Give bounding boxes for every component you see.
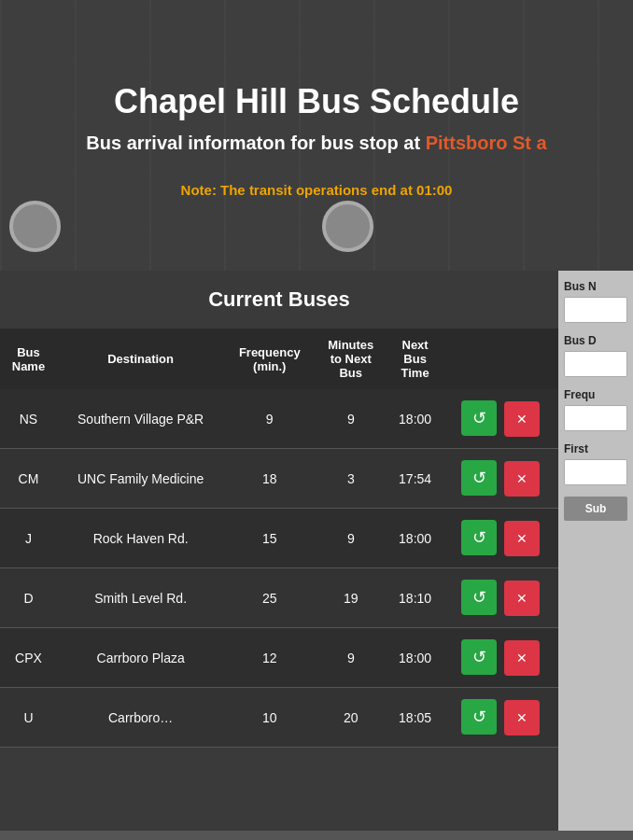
right-panel: Bus N Bus D Frequ First Sub <box>558 271 633 831</box>
cell-destination: Carrboro Plaza <box>57 628 224 688</box>
delete-button[interactable]: ✕ <box>504 581 540 616</box>
cell-next-bus-time: 18:00 <box>387 389 443 449</box>
cell-bus-name: CPX <box>0 628 57 688</box>
refresh-icon: ↺ <box>472 527 486 548</box>
bus-wheel-left <box>9 201 61 252</box>
bus-destination-input[interactable] <box>564 351 627 377</box>
col-actions <box>443 329 558 389</box>
refresh-button[interactable]: ↺ <box>461 400 497 436</box>
panel-title: Current Buses <box>19 287 540 312</box>
delete-button[interactable]: ✕ <box>504 640 540 676</box>
subtitle-text: Bus arrival informaton for bus stop at <box>86 133 420 153</box>
cell-actions: ↺ ✕ <box>443 449 558 509</box>
main-content: Current Buses BusName Destination Freque… <box>0 271 633 831</box>
page-title: Chapel Hill Bus Schedule <box>114 82 519 121</box>
submit-button[interactable]: Sub <box>564 497 627 521</box>
refresh-button[interactable]: ↺ <box>461 580 497 615</box>
refresh-icon: ↺ <box>472 468 486 488</box>
cell-bus-name: U <box>0 688 57 748</box>
col-destination: Destination <box>57 329 224 389</box>
close-icon: ✕ <box>516 531 528 546</box>
cell-destination: Southern Village P&R <box>57 389 224 449</box>
col-minutes-to-next: Minutesto NextBus <box>315 329 387 389</box>
cell-actions: ↺ ✕ <box>443 568 558 628</box>
cell-next-bus-time: 17:54 <box>387 449 443 509</box>
cell-frequency: 9 <box>224 389 315 449</box>
page-subtitle: Bus arrival informaton for bus stop at P… <box>86 133 546 154</box>
col-frequency: Frequency(min.) <box>224 329 315 389</box>
cell-next-bus-time: 18:00 <box>387 509 443 568</box>
cell-destination: UNC Family Medicine <box>57 449 224 509</box>
cell-frequency: 10 <box>224 688 315 748</box>
close-icon: ✕ <box>516 591 528 606</box>
bus-table-body: NS Southern Village P&R 9 9 18:00 ↺ ✕ CM… <box>0 389 558 748</box>
cell-minutes-to-next: 20 <box>315 688 387 748</box>
cell-minutes-to-next: 19 <box>315 568 387 628</box>
frequency-label: Frequ <box>564 388 627 401</box>
cell-actions: ↺ ✕ <box>443 509 558 568</box>
close-icon: ✕ <box>516 471 528 486</box>
cell-frequency: 18 <box>224 449 315 509</box>
cell-next-bus-time: 18:10 <box>387 568 443 628</box>
cell-actions: ↺ ✕ <box>443 628 558 688</box>
left-panel: Current Buses BusName Destination Freque… <box>0 271 558 831</box>
cell-minutes-to-next: 9 <box>315 509 387 568</box>
delete-button[interactable]: ✕ <box>504 521 540 556</box>
cell-destination: Carrboro… <box>57 688 224 748</box>
cell-frequency: 25 <box>224 568 315 628</box>
wheels-row <box>0 201 633 252</box>
cell-minutes-to-next: 3 <box>315 449 387 509</box>
cell-minutes-to-next: 9 <box>315 389 387 449</box>
frequency-input[interactable] <box>564 405 627 431</box>
table-row: D Smith Level Rd. 25 19 18:10 ↺ ✕ <box>0 568 558 628</box>
delete-button[interactable]: ✕ <box>504 461 540 497</box>
cell-bus-name: NS <box>0 389 57 449</box>
table-header-row: BusName Destination Frequency(min.) Minu… <box>0 329 558 389</box>
table-row: CM UNC Family Medicine 18 3 17:54 ↺ ✕ <box>0 449 558 509</box>
bus-table: BusName Destination Frequency(min.) Minu… <box>0 329 558 748</box>
close-icon: ✕ <box>516 710 528 725</box>
bus-name-input[interactable] <box>564 297 627 323</box>
cell-next-bus-time: 18:05 <box>387 688 443 748</box>
stop-name: Pittsboro St a <box>426 133 547 153</box>
cell-bus-name: D <box>0 568 57 628</box>
refresh-icon: ↺ <box>472 707 486 727</box>
cell-frequency: 12 <box>224 628 315 688</box>
table-row: CPX Carrboro Plaza 12 9 18:00 ↺ ✕ <box>0 628 558 688</box>
table-row: NS Southern Village P&R 9 9 18:00 ↺ ✕ <box>0 389 558 449</box>
table-row: J Rock Haven Rd. 15 9 18:00 ↺ ✕ <box>0 509 558 568</box>
first-input[interactable] <box>564 459 627 485</box>
refresh-button[interactable]: ↺ <box>461 699 497 735</box>
refresh-button[interactable]: ↺ <box>461 460 497 496</box>
first-label: First <box>564 442 627 455</box>
bus-name-label: Bus N <box>564 280 627 293</box>
cell-actions: ↺ ✕ <box>443 688 558 748</box>
cell-actions: ↺ ✕ <box>443 389 558 449</box>
col-next-bus-time: NextBusTime <box>387 329 443 389</box>
panel-header: Current Buses <box>0 271 558 329</box>
header-section: Chapel Hill Bus Schedule Bus arrival inf… <box>0 0 633 271</box>
refresh-button[interactable]: ↺ <box>461 520 497 555</box>
bus-wheel-middle <box>322 201 373 252</box>
cell-bus-name: J <box>0 509 57 568</box>
cell-destination: Smith Level Rd. <box>57 568 224 628</box>
bus-destination-label: Bus D <box>564 334 627 347</box>
cell-minutes-to-next: 9 <box>315 628 387 688</box>
close-icon: ✕ <box>516 412 528 427</box>
delete-button[interactable]: ✕ <box>504 401 540 437</box>
note-text: Note: The transit operations end at 01:0… <box>181 182 453 198</box>
delete-button[interactable]: ✕ <box>504 700 540 735</box>
refresh-icon: ↺ <box>472 647 486 667</box>
cell-frequency: 15 <box>224 509 315 568</box>
refresh-button[interactable]: ↺ <box>461 639 497 675</box>
col-bus-name: BusName <box>0 329 57 389</box>
close-icon: ✕ <box>516 651 528 665</box>
refresh-icon: ↺ <box>472 408 486 428</box>
table-row: U Carrboro… 10 20 18:05 ↺ ✕ <box>0 688 558 748</box>
cell-next-bus-time: 18:00 <box>387 628 443 688</box>
cell-bus-name: CM <box>0 449 57 509</box>
refresh-icon: ↺ <box>472 587 486 608</box>
cell-destination: Rock Haven Rd. <box>57 509 224 568</box>
